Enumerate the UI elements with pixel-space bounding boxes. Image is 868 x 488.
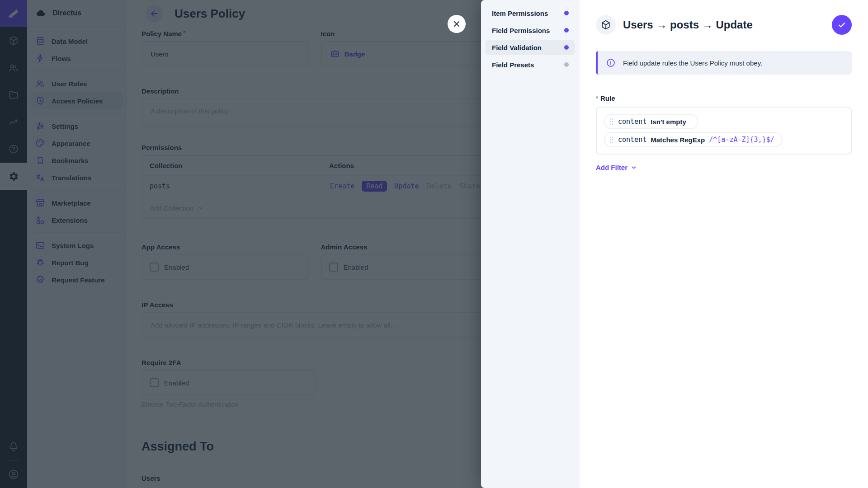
menu-item-field-validation[interactable]: Field Validation <box>486 40 575 55</box>
menu-item-label: Field Validation <box>492 44 542 52</box>
filter-field[interactable]: content <box>618 136 646 144</box>
info-banner: Field update rules the Users Policy must… <box>596 51 852 75</box>
drag-handle-icon[interactable] <box>609 117 614 126</box>
rule-label-row: Rule <box>596 94 852 102</box>
status-dot <box>564 11 569 15</box>
filter-row[interactable]: content Matches RegExp /^[a-zA-Z]{3,}$/ <box>604 132 783 147</box>
collection-icon-badge <box>596 15 616 35</box>
menu-item-label: Item Permissions <box>492 9 548 17</box>
drawer-header: Users → posts → Update <box>596 15 852 35</box>
filter-field[interactable]: content <box>618 117 646 126</box>
filter-operator[interactable]: Isn't empty <box>651 118 686 126</box>
drawer-close-button[interactable] <box>448 15 466 33</box>
menu-item-label: Field Permissions <box>492 27 550 34</box>
check-icon <box>837 20 847 30</box>
rule-filter-box: content Isn't empty content Matches RegE… <box>596 107 852 155</box>
close-icon <box>452 19 462 29</box>
rule-label: Rule <box>600 94 615 102</box>
menu-item-field-permissions[interactable]: Field Permissions <box>486 23 575 38</box>
info-icon <box>606 58 616 68</box>
permissions-drawer: Item Permissions Field Permissions Field… <box>481 0 868 488</box>
banner-text: Field update rules the Users Policy must… <box>623 59 762 67</box>
chevron-down-icon <box>630 164 637 171</box>
menu-item-field-presets[interactable]: Field Presets <box>486 57 575 72</box>
status-dot <box>564 62 569 67</box>
status-dot <box>564 28 569 33</box>
cube-icon <box>600 19 611 30</box>
drawer-menu: Item Permissions Field Permissions Field… <box>481 0 580 488</box>
menu-item-item-permissions[interactable]: Item Permissions <box>486 5 575 21</box>
filter-value[interactable]: /^[a-zA-Z]{3,}$/ <box>709 136 774 144</box>
drawer-content: Users → posts → Update Field update rule… <box>580 0 868 488</box>
drag-handle-icon[interactable] <box>609 136 614 144</box>
edited-dot <box>596 96 598 99</box>
status-dot <box>564 45 569 50</box>
drawer-title: Users → posts → Update <box>623 19 753 31</box>
filter-row[interactable]: content Isn't empty <box>604 114 698 129</box>
menu-item-label: Field Presets <box>492 61 534 69</box>
save-button[interactable] <box>832 15 852 35</box>
add-filter-button[interactable]: Add Filter <box>596 164 637 171</box>
filter-operator[interactable]: Matches RegExp <box>651 136 705 144</box>
